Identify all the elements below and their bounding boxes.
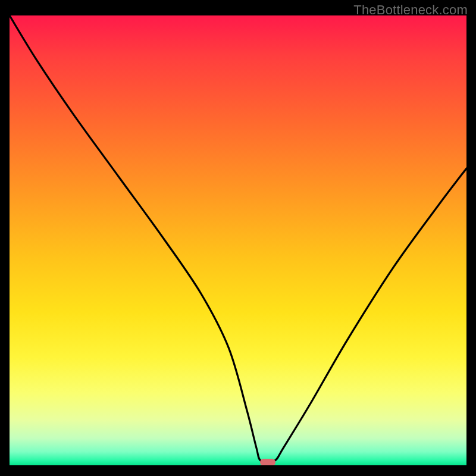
bottleneck-curve [10,15,466,465]
optimal-point-marker [260,459,275,465]
plot-area [10,15,466,465]
watermark-text: TheBottleneck.com [353,2,468,18]
chart-frame: TheBottleneck.com [0,0,476,476]
